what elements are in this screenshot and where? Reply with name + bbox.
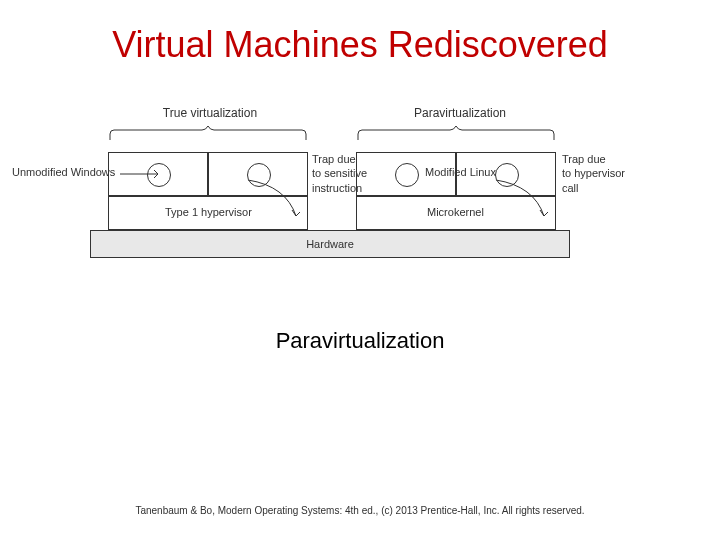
- slide-footer: Tanenbaum & Bo, Modern Operating Systems…: [0, 505, 720, 516]
- slide-title: Virtual Machines Rediscovered: [0, 0, 720, 66]
- svg-line-2: [154, 174, 158, 178]
- box-hardware: Hardware: [90, 230, 570, 258]
- label-type1-hypervisor: Type 1 hypervisor: [165, 206, 252, 218]
- label-trap-hypervisor: Trap due to hypervisor call: [562, 152, 632, 195]
- process-circle-icon: [395, 163, 419, 187]
- bracket-right: [356, 124, 556, 142]
- bracket-left: [108, 124, 308, 142]
- arrow-trap-sensitive: [246, 178, 316, 222]
- slide-subtitle: Paravirtualization: [0, 328, 720, 354]
- label-true-virtualization: True virtualization: [130, 106, 290, 120]
- virtualization-diagram: True virtualization Paravirtualization U…: [90, 106, 640, 306]
- pointer-windows: [120, 172, 160, 180]
- label-paravirtualization: Paravirtualization: [380, 106, 540, 120]
- arrow-trap-hypervisor: [494, 178, 564, 222]
- label-unmodified-windows: Unmodified Windows: [12, 166, 115, 178]
- label-modified-linux: Modified Linux: [425, 166, 496, 178]
- label-microkernel: Microkernel: [427, 206, 484, 218]
- label-trap-sensitive: Trap due to sensitive instruction: [312, 152, 372, 195]
